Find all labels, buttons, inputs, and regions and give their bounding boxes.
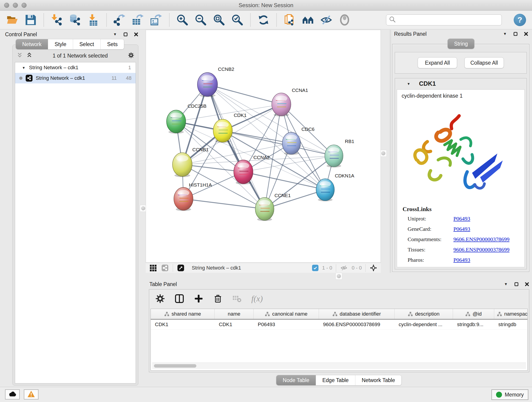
tab-string[interactable]: String: [448, 39, 474, 49]
open-session-button[interactable]: [6, 13, 19, 27]
network-node-RB1[interactable]: RB1: [325, 139, 354, 167]
network-row-selected[interactable]: String Network – cdk1 11 48: [15, 73, 136, 83]
collapse-panel-icon[interactable]: ▼: [502, 31, 508, 37]
splitter-handle[interactable]: [336, 273, 342, 280]
tab-network-table[interactable]: Network Table: [355, 375, 401, 385]
close-panel-icon[interactable]: [524, 281, 530, 287]
left-splitter[interactable]: [141, 30, 146, 386]
table-options-gear-icon[interactable]: [155, 294, 165, 304]
column-header-@id[interactable]: @id: [453, 309, 494, 319]
tab-sets[interactable]: Sets: [100, 39, 124, 49]
save-session-button[interactable]: [24, 13, 37, 27]
zoom-fit-button[interactable]: [213, 13, 225, 27]
horizontal-scrollbar-thumb[interactable]: [154, 364, 196, 368]
horizontal-splitter[interactable]: [146, 273, 532, 280]
network-node-CCNB2[interactable]: CCNB2: [197, 66, 234, 97]
expand-all-networks-icon[interactable]: [26, 52, 32, 59]
horizontal-scrollbar[interactable]: [152, 363, 526, 369]
center-view-crosshair-icon[interactable]: [369, 264, 378, 272]
zoom-selected-button[interactable]: [231, 13, 244, 27]
tab-node-table[interactable]: Node Table: [276, 375, 316, 385]
zoom-in-button[interactable]: [176, 13, 189, 27]
close-panel-icon[interactable]: [523, 31, 529, 37]
network-edge[interactable]: [243, 172, 325, 190]
network-node-CCNB1[interactable]: CCNB1: [172, 147, 209, 177]
export-image-button[interactable]: [150, 13, 163, 27]
add-column-icon[interactable]: [194, 294, 204, 304]
network-node-CCNA2[interactable]: CCNA2: [234, 155, 270, 185]
crosslink-link[interactable]: P06493: [453, 216, 470, 222]
crosslink-link[interactable]: 9606.ENSP00000378699: [453, 236, 510, 242]
search-input[interactable]: [398, 17, 499, 23]
hide-selected-button[interactable]: [320, 13, 333, 27]
apply-preferred-layout-button[interactable]: [257, 13, 270, 27]
gene-description: cyclin-dependent kinase 1: [397, 89, 525, 99]
network-canvas[interactable]: CCNB2 CCNA1 CDC25B CDK1 CDC6 RB1 CCNB1: [146, 30, 381, 263]
column-label: shared name: [172, 311, 201, 317]
network-edge[interactable]: [184, 199, 265, 209]
network-node-count: 11: [112, 75, 117, 81]
tab-select[interactable]: Select: [73, 39, 101, 49]
new-network-from-selection-button[interactable]: [283, 13, 296, 27]
warnings-button[interactable]: [24, 389, 38, 400]
collapse-all-button[interactable]: Collapse All: [464, 57, 504, 68]
close-panel-icon[interactable]: [133, 32, 139, 37]
cloud-button[interactable]: [5, 389, 20, 400]
network-grid-view-icon[interactable]: [149, 264, 157, 272]
memory-button[interactable]: Memory: [491, 389, 528, 400]
column-header-database-identifier[interactable]: database identifier: [319, 309, 394, 319]
float-panel-icon[interactable]: [513, 31, 518, 37]
collapse-panel-icon[interactable]: ▼: [503, 281, 509, 287]
network-node-CDKN1A[interactable]: CDKN1A: [316, 173, 355, 201]
network-node-CCNE1[interactable]: CCNE1: [255, 193, 291, 221]
search-box[interactable]: [386, 14, 502, 26]
float-panel-icon[interactable]: [123, 32, 128, 37]
help-button[interactable]: ?: [514, 14, 526, 26]
tab-style[interactable]: Style: [48, 39, 73, 49]
network-edge[interactable]: [207, 85, 265, 209]
right-splitter[interactable]: [381, 30, 391, 273]
column-header-name[interactable]: name: [215, 309, 254, 319]
show-columns-icon[interactable]: [174, 294, 184, 304]
network-collection-row[interactable]: ▼ String Network – cdk1 1: [15, 62, 136, 73]
float-panel-icon[interactable]: [514, 281, 519, 287]
network-edge[interactable]: [223, 131, 334, 156]
first-neighbors-button[interactable]: [302, 13, 314, 27]
table-row[interactable]: CDK1CDK1P064939606.ENSP00000378699cyclin…: [151, 319, 527, 330]
column-header-namespace[interactable]: namespace: [494, 309, 528, 319]
selected-checkbox-icon[interactable]: [312, 265, 318, 271]
column-header-description[interactable]: description: [394, 309, 453, 319]
import-network-database-button[interactable]: [69, 13, 82, 27]
collection-label: String Network – cdk1: [29, 65, 78, 70]
network-node-CCNA1[interactable]: CCNA1: [272, 88, 308, 116]
delete-column-icon[interactable]: [213, 294, 223, 304]
export-network-button[interactable]: [113, 13, 126, 27]
import-network-file-button[interactable]: [51, 13, 63, 27]
column-label: description: [415, 311, 439, 317]
network-node-HIST1H1A[interactable]: HIST1H1A: [174, 182, 212, 211]
tab-network[interactable]: Network: [16, 39, 48, 49]
crosslink-link[interactable]: P06493: [453, 226, 470, 232]
column-header-canonical-name[interactable]: canonical name: [254, 309, 319, 319]
export-table-button[interactable]: [132, 13, 144, 27]
crosslink-label: Compartments:: [408, 236, 453, 242]
crosslink-link[interactable]: 9606.ENSP00000378699: [453, 247, 510, 253]
tab-edge-table[interactable]: Edge Table: [316, 375, 355, 385]
gene-disclosure-icon[interactable]: ▼: [407, 82, 410, 86]
column-header-shared-name[interactable]: shared name: [151, 309, 215, 319]
splitter-handle[interactable]: [380, 150, 387, 157]
network-view-icon[interactable]: [161, 264, 169, 272]
tree-hierarchy-icon: [265, 312, 270, 317]
import-table-file-button[interactable]: [87, 13, 100, 27]
birdseye-view-toggle-icon[interactable]: [177, 264, 185, 272]
table-cell: stringdb:9...: [453, 319, 494, 329]
crosslink-link[interactable]: P06493: [453, 257, 470, 263]
expand-all-button[interactable]: Expand All: [418, 57, 457, 68]
collection-disclosure-icon[interactable]: ▼: [22, 66, 25, 70]
string-network-graph[interactable]: CCNB2 CCNA1 CDC25B CDK1 CDC6 RB1 CCNB1: [146, 30, 380, 262]
zoom-out-button[interactable]: [194, 13, 207, 27]
collapse-panel-icon[interactable]: ▼: [112, 32, 118, 37]
collapse-all-networks-icon[interactable]: [17, 52, 23, 59]
node-label-CDC6: CDC6: [302, 127, 315, 132]
network-options-gear-icon[interactable]: [128, 52, 134, 59]
